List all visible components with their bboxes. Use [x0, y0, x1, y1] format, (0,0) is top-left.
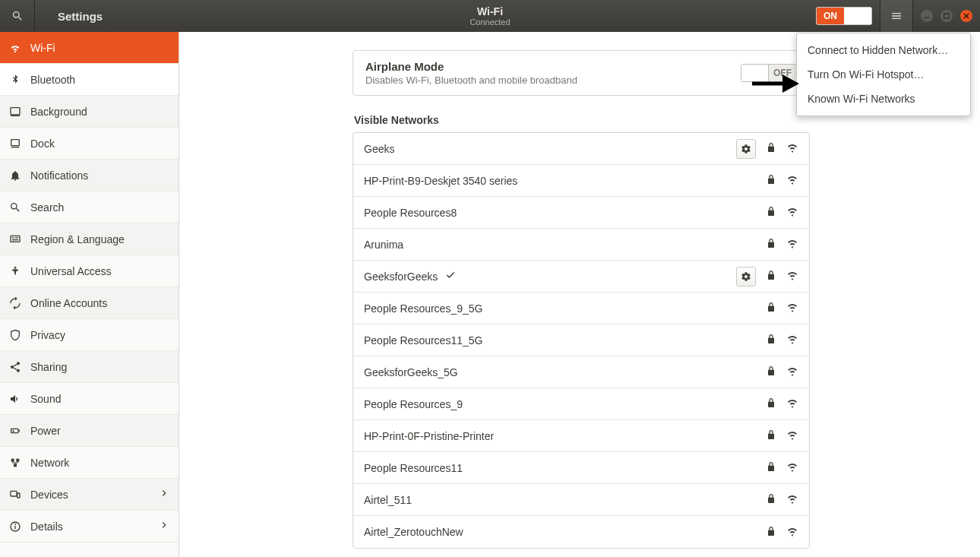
sidebar-item-label: Notifications: [30, 169, 88, 182]
sidebar-item-online-accounts[interactable]: Online Accounts: [0, 287, 179, 319]
lock-icon: [765, 269, 777, 283]
network-name: People Resources_9_5G: [364, 302, 482, 315]
sidebar-item-notifications[interactable]: Notifications: [0, 160, 179, 191]
header-bar: Settings Wi-Fi Connected ON: [0, 0, 980, 32]
lock-icon: [765, 173, 777, 188]
sidebar-item-label: Bluetooth: [30, 74, 75, 86]
bluetooth-icon: [9, 74, 21, 86]
network-row[interactable]: People Resources11_5G: [353, 324, 809, 356]
settings-sidebar: Wi-FiBluetoothBackgroundDockNotification…: [0, 32, 179, 557]
sidebar-item-search[interactable]: Search: [0, 191, 179, 223]
network-row[interactable]: GeeksforGeeks: [353, 261, 809, 293]
chevron-right-icon: [159, 520, 169, 533]
sharing-icon: [9, 361, 21, 373]
network-name: People Resources_9: [364, 398, 463, 410]
wifi-master-toggle[interactable]: ON: [816, 7, 872, 25]
svg-rect-16: [16, 458, 19, 461]
network-list: GeeksHP-Print-B9-Deskjet 3540 seriesPeop…: [352, 132, 810, 549]
network-row[interactable]: Airtel_ZerotouchNew: [353, 516, 809, 548]
network-row[interactable]: People Resources8: [353, 197, 809, 229]
svg-rect-8: [12, 239, 18, 240]
wifi-icon: [9, 42, 21, 54]
network-row[interactable]: Arunima: [353, 229, 809, 261]
sidebar-item-label: Online Accounts: [30, 297, 107, 309]
svg-point-12: [17, 369, 20, 372]
network-row[interactable]: HP-Print-B9-Deskjet 3540 series: [353, 165, 809, 197]
network-row[interactable]: People Resources_9_5G: [353, 293, 809, 324]
header-search-button[interactable]: [0, 0, 35, 32]
sidebar-item-label: Sharing: [30, 361, 67, 373]
svg-rect-13: [11, 429, 18, 432]
window-maximize-button[interactable]: [940, 10, 953, 22]
sidebar-item-dock[interactable]: Dock: [0, 128, 179, 160]
search-icon: [9, 201, 21, 214]
wifi-signal-icon: [786, 525, 798, 540]
sidebar-item-bluetooth[interactable]: Bluetooth: [0, 64, 179, 96]
devices-icon: [9, 489, 21, 501]
network-settings-button[interactable]: [736, 139, 756, 159]
svg-point-11: [11, 366, 14, 369]
power-icon: [9, 425, 21, 437]
wifi-signal-icon: [786, 173, 798, 188]
lock-icon: [765, 237, 777, 252]
network-name: Airtel_511: [364, 494, 412, 506]
network-row[interactable]: Airtel_511: [353, 484, 809, 516]
sidebar-item-privacy[interactable]: Privacy: [0, 319, 179, 351]
svg-point-9: [14, 267, 17, 269]
network-icon: [9, 457, 21, 469]
connected-check-icon: [445, 270, 456, 283]
svg-rect-4: [11, 147, 20, 147]
privacy-icon: [9, 329, 21, 341]
window-close-button[interactable]: [960, 10, 972, 22]
online-icon: [9, 297, 21, 309]
network-name: GeeksforGeeks: [364, 271, 438, 283]
svg-rect-6: [12, 237, 14, 238]
sidebar-item-universal-access[interactable]: Universal Access: [0, 255, 179, 287]
network-name: HP-Print-0F-Pristine-Printer: [364, 430, 494, 442]
sidebar-item-label: Background: [30, 106, 87, 118]
network-name: Airtel_ZerotouchNew: [364, 526, 463, 538]
sidebar-item-background[interactable]: Background: [0, 96, 179, 128]
svg-rect-19: [17, 493, 20, 498]
network-row[interactable]: HP-Print-0F-Pristine-Printer: [353, 420, 809, 452]
network-row[interactable]: Geeks: [353, 133, 809, 165]
network-row[interactable]: People Resources_9: [353, 388, 809, 420]
lock-icon: [765, 141, 777, 156]
wifi-signal-icon: [786, 141, 798, 156]
lock-icon: [765, 460, 777, 475]
svg-rect-14: [19, 429, 20, 432]
sidebar-item-label: Power: [30, 425, 61, 437]
svg-rect-1: [944, 14, 949, 18]
network-settings-button[interactable]: [736, 267, 756, 286]
svg-rect-17: [14, 464, 17, 467]
svg-point-10: [17, 362, 20, 365]
menu-known-networks[interactable]: Known Wi-Fi Networks: [797, 87, 970, 111]
wifi-signal-icon: [786, 365, 798, 379]
window-minimize-button[interactable]: [921, 10, 933, 22]
sidebar-item-wi-fi[interactable]: Wi-Fi: [0, 32, 179, 64]
network-row[interactable]: GeeksforGeeks_5G: [353, 356, 809, 388]
sidebar-item-label: Privacy: [30, 329, 65, 341]
network-name: Arunima: [364, 239, 403, 251]
menu-turn-on-hotspot[interactable]: Turn On Wi-Fi Hotspot…: [797, 62, 970, 87]
network-row[interactable]: People Resources11: [353, 452, 809, 484]
hamburger-menu-button[interactable]: [880, 0, 913, 32]
sidebar-item-label: Sound: [30, 393, 61, 405]
sidebar-item-sound[interactable]: Sound: [0, 383, 179, 415]
menu-connect-hidden[interactable]: Connect to Hidden Network…: [797, 38, 970, 62]
sidebar-item-region-language[interactable]: Region & Language: [0, 223, 179, 255]
sidebar-item-details[interactable]: Details: [0, 511, 179, 543]
annotation-arrow: [752, 73, 801, 97]
svg-point-22: [14, 523, 16, 524]
visible-networks-label: Visible Networks: [354, 114, 810, 126]
background-icon: [9, 106, 21, 118]
details-icon: [9, 521, 21, 533]
wifi-signal-icon: [786, 397, 798, 411]
sidebar-item-network[interactable]: Network: [0, 447, 179, 479]
header-center-title: Wi-Fi Connected: [469, 5, 510, 27]
sidebar-item-devices[interactable]: Devices: [0, 479, 179, 511]
sidebar-item-sharing[interactable]: Sharing: [0, 351, 179, 383]
network-name: GeeksforGeeks_5G: [364, 366, 458, 378]
sidebar-item-power[interactable]: Power: [0, 415, 179, 447]
svg-rect-21: [14, 525, 15, 529]
